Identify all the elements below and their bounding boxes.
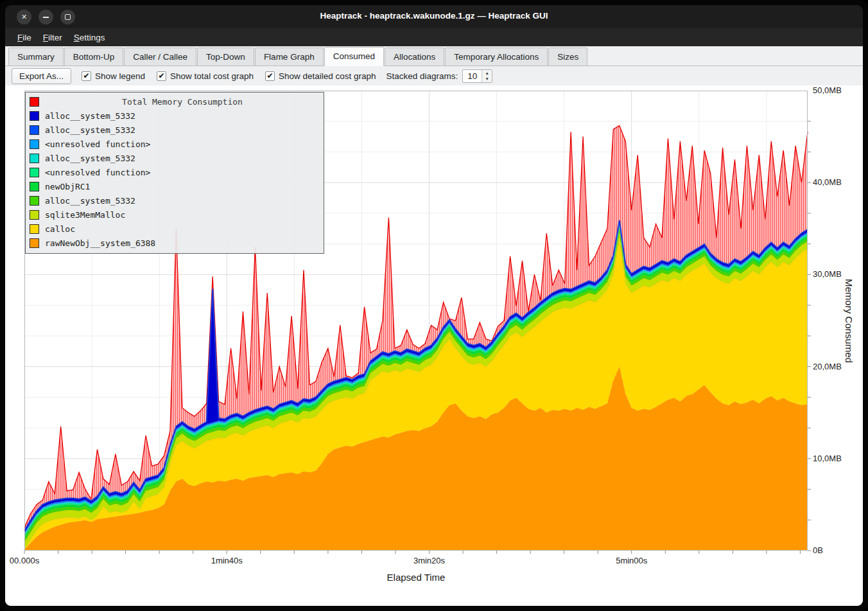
- stacked-diagrams-label: Stacked diagrams:: [386, 71, 458, 81]
- y-tick-label: 50,0MB: [813, 85, 842, 95]
- legend-item: newObjRC1: [30, 179, 320, 193]
- checkbox-label: Show total cost graph: [170, 71, 254, 81]
- x-tick-label: 1min40s: [211, 556, 243, 565]
- x-tick-label: 3min20s: [413, 556, 445, 565]
- y-tick-label: 30,0MB: [813, 269, 842, 279]
- tab-bar: SummaryBottom-UpCaller / CalleeTop-DownF…: [5, 46, 863, 66]
- chart-legend: Total Memory Consumptionalloc__system_53…: [25, 92, 324, 254]
- window-controls: ✕: [17, 10, 75, 24]
- legend-item: <unresolved function>: [30, 165, 320, 179]
- stacked-diagrams-group: Stacked diagrams: 10 ▲ ▼: [386, 69, 492, 83]
- legend-swatch: [30, 111, 39, 121]
- x-axis-title: Elapsed Time: [24, 572, 808, 583]
- legend-item-label: alloc__system_5332: [45, 196, 135, 206]
- legend-item: rawNewObj__system_6388: [30, 236, 320, 250]
- legend-swatch: [30, 196, 39, 206]
- legend-item-label: sqlite3MemMalloc: [45, 210, 125, 220]
- legend-item-label: alloc__system_5332: [45, 125, 135, 135]
- toolbar-checkboxes: ✔Show legend✔Show total cost graph✔Show …: [82, 71, 376, 81]
- maximize-icon: [65, 14, 71, 20]
- legend-swatch: [30, 168, 39, 177]
- checkbox-show-legend[interactable]: ✔Show legend: [82, 71, 145, 81]
- tab-temporary-allocations[interactable]: Temporary Allocations: [445, 48, 548, 66]
- titlebar: ✕ Heaptrack - heaptrack.wakunode.1.gz — …: [5, 5, 863, 28]
- legend-item: alloc__system_5332: [30, 193, 320, 208]
- tab-top-down[interactable]: Top-Down: [197, 48, 254, 66]
- close-icon: ✕: [21, 13, 27, 21]
- menu-bar: FileFilterSettings: [5, 28, 863, 46]
- memory-consumption-chart[interactable]: Total Memory Consumptionalloc__system_53…: [24, 91, 808, 551]
- minimize-button[interactable]: [39, 10, 53, 24]
- tab-consumed[interactable]: Consumed: [324, 47, 384, 66]
- checkbox-label: Show detailed cost graph: [279, 71, 376, 81]
- app-body: SummaryBottom-UpCaller / CalleeTop-DownF…: [5, 46, 863, 606]
- y-tick-label: 0B: [813, 545, 823, 555]
- legend-item-label: alloc__system_5332: [45, 154, 135, 163]
- app-window: ✕ Heaptrack - heaptrack.wakunode.1.gz — …: [0, 0, 868, 611]
- export-as-button[interactable]: Export As...: [12, 68, 71, 84]
- minimize-icon: [43, 17, 49, 18]
- legend-swatch: [30, 182, 39, 191]
- legend-item-label: newObjRC1: [45, 182, 90, 191]
- x-tick-label: 00.000s: [10, 556, 39, 565]
- y-tick-label: 20,0MB: [813, 362, 842, 371]
- x-axis-labels: 00.000s1min40s3min20s5min00s: [5, 556, 833, 567]
- checkbox-label: Show legend: [95, 71, 145, 81]
- legend-swatch: [30, 139, 39, 149]
- legend-item: sqlite3MemMalloc: [30, 208, 320, 222]
- checkbox-show-total-cost-graph[interactable]: ✔Show total cost graph: [157, 71, 254, 81]
- x-tick-label: 5min00s: [616, 556, 647, 565]
- stacked-diagrams-value: 10: [463, 70, 482, 82]
- legend-swatch: [30, 224, 39, 234]
- legend-item: calloc: [30, 222, 320, 236]
- legend-swatch: [30, 154, 39, 163]
- tab-caller-callee[interactable]: Caller / Callee: [124, 48, 196, 66]
- menu-settings[interactable]: Settings: [68, 30, 111, 46]
- legend-swatch: [30, 238, 39, 248]
- legend-title-row: Total Memory Consumption: [30, 94, 320, 109]
- legend-item-label: alloc__system_5332: [45, 111, 135, 121]
- y-axis-title: Memory Consumed: [844, 91, 855, 551]
- legend-item: alloc__system_5332: [30, 109, 320, 123]
- legend-item-label: <unresolved function>: [45, 139, 150, 149]
- chart-region: Total Memory Consumptionalloc__system_53…: [5, 85, 863, 606]
- y-tick-label: 40,0MB: [813, 177, 842, 187]
- legend-item-label: rawNewObj__system_6388: [45, 238, 155, 248]
- legend-item: <unresolved function>: [30, 137, 320, 151]
- spin-buttons: ▲ ▼: [482, 70, 491, 82]
- close-button[interactable]: ✕: [17, 10, 31, 24]
- legend-swatch: [30, 125, 39, 135]
- checkbox-mark-icon: ✔: [265, 71, 275, 81]
- tab-flame-graph[interactable]: Flame Graph: [255, 48, 324, 66]
- tab-bottom-up[interactable]: Bottom-Up: [64, 48, 124, 66]
- legend-item-label: <unresolved function>: [45, 168, 150, 177]
- menu-filter[interactable]: Filter: [37, 30, 68, 46]
- toolbar: Export As... ✔Show legend✔Show total cos…: [5, 66, 863, 85]
- window-title: Heaptrack - heaptrack.wakunode.1.gz — He…: [82, 11, 786, 21]
- spin-up-button[interactable]: ▲: [482, 70, 491, 76]
- legend-item: alloc__system_5332: [30, 151, 320, 165]
- menu-file[interactable]: File: [12, 30, 37, 46]
- tab-sizes[interactable]: Sizes: [548, 48, 587, 66]
- checkbox-show-detailed-cost-graph[interactable]: ✔Show detailed cost graph: [265, 71, 376, 81]
- legend-title: Total Memory Consumption: [45, 97, 320, 107]
- y-tick-label: 10,0MB: [813, 454, 842, 463]
- stacked-diagrams-spinbox[interactable]: 10 ▲ ▼: [462, 69, 492, 83]
- spin-down-button[interactable]: ▼: [482, 76, 491, 82]
- legend-item: alloc__system_5332: [30, 123, 320, 137]
- tab-summary[interactable]: Summary: [8, 48, 64, 66]
- maximize-button[interactable]: [60, 10, 75, 24]
- legend-item-label: calloc: [45, 224, 75, 234]
- tab-allocations[interactable]: Allocations: [385, 48, 444, 66]
- checkbox-mark-icon: ✔: [157, 71, 166, 81]
- legend-swatch: [30, 210, 39, 220]
- checkbox-mark-icon: ✔: [82, 71, 91, 81]
- legend-swatch: [30, 97, 39, 107]
